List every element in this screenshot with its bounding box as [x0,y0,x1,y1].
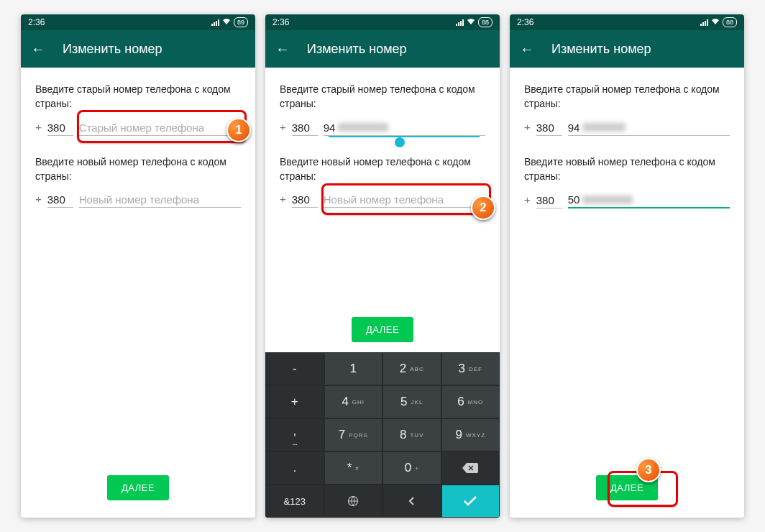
new-number-input[interactable] [79,192,241,208]
new-number-label: Введите новый номер телефона с кодом стр… [35,155,241,184]
key-done[interactable] [441,485,500,518]
next-button[interactable]: ДАЛЕЕ [596,475,658,500]
plus-sign: + [35,193,42,208]
key-6[interactable]: 6MNO [441,385,500,418]
plus-sign: + [524,193,531,208]
new-country-code-input[interactable] [536,193,562,208]
app-bar: ← Изменить номер [21,30,255,68]
key-backspace[interactable] [441,451,500,485]
wifi-icon [222,18,231,27]
key-5[interactable]: 5JKL [382,385,441,418]
key-symbols[interactable]: &123 [265,485,324,518]
status-icons: 88 [700,17,737,27]
appbar-title: Изменить номер [307,42,407,57]
old-number-blur [582,123,626,132]
status-bar: 2:36 88 [510,14,744,30]
plus-sign: + [35,121,42,136]
plus-sign: + [524,121,531,136]
key-0[interactable]: 0+ [382,451,441,485]
app-bar: ← Изменить номер [510,30,744,68]
old-number-row: + 94 [280,120,485,136]
old-number-input[interactable]: 94 [568,120,730,136]
new-number-row: + 50 [524,192,730,208]
new-number-input[interactable] [324,192,485,208]
status-time: 2:36 [28,17,45,27]
old-number-label: Введите старый номер телефона с кодом ст… [524,82,730,111]
old-number-input[interactable]: 94 [324,120,485,136]
screen-2: 2:36 88 ← Изменить номер Введите старый … [265,14,500,518]
new-country-code-input[interactable] [292,192,318,208]
next-button[interactable]: ДАЛЕЕ [107,475,169,500]
app-bar: ← Изменить номер [265,30,500,68]
plus-sign: + [280,121,286,136]
new-number-input[interactable]: 50 [568,192,730,208]
selection-underline [329,136,480,137]
status-icons: 89 [211,17,248,27]
back-icon[interactable]: ← [31,41,45,58]
old-number-row: + [35,120,241,136]
new-country-code-input[interactable] [47,192,73,208]
old-number-row: + 94 [524,120,730,136]
old-number-label: Введите старый номер телефона с кодом ст… [35,82,241,111]
key-7[interactable]: 7PQRS [324,418,383,451]
next-button[interactable]: ДАЛЕЕ [352,317,413,342]
key-8[interactable]: 8TUV [382,418,441,451]
appbar-title: Изменить номер [551,42,651,57]
status-bar: 2:36 89 [21,14,255,30]
key-4[interactable]: 4GHI [324,385,383,418]
numeric-keypad: - 1 2ABC 3DEF + 4GHI 5JKL 6MNO ,⎵ 7PQRS … [265,352,500,518]
new-number-row: + [280,192,485,208]
status-time: 2:36 [272,17,289,27]
new-number-prefix: 50 [568,193,580,206]
old-number-prefix: 94 [324,121,336,134]
new-number-blur [582,196,633,204]
key-minus[interactable]: - [265,352,324,385]
wifi-icon [467,18,475,27]
key-plus[interactable]: + [265,385,324,418]
key-comma[interactable]: ,⎵ [265,418,324,451]
back-icon[interactable]: ← [275,41,290,58]
key-dot[interactable]: . [265,451,324,485]
key-9[interactable]: 9WXYZ [441,418,500,451]
status-icons: 88 [456,17,493,27]
old-number-blur [338,123,388,132]
old-number-input[interactable] [79,120,241,136]
key-3[interactable]: 3DEF [441,352,500,385]
back-icon[interactable]: ← [520,41,534,58]
key-lang[interactable] [324,485,383,518]
new-number-row: + [35,192,241,208]
status-time: 2:36 [517,17,533,27]
screen-1: 2:36 89 ← Изменить номер Введите старый … [21,14,255,518]
old-country-code-input[interactable] [292,120,318,136]
old-country-code-input[interactable] [47,120,73,136]
key-left[interactable] [382,485,441,518]
key-star[interactable]: *# [324,451,383,485]
old-country-code-input[interactable] [536,120,562,136]
wifi-icon [711,18,720,27]
battery-icon: 88 [723,17,737,27]
screen-3: 2:36 88 ← Изменить номер Введите старый … [510,14,744,518]
plus-sign: + [280,193,286,208]
battery-icon: 89 [234,17,248,27]
appbar-title: Изменить номер [63,42,162,57]
old-number-label: Введите старый номер телефона с кодом ст… [280,82,485,111]
status-bar: 2:36 88 [265,14,500,30]
key-1[interactable]: 1 [324,352,383,385]
old-number-prefix: 94 [568,121,580,134]
selection-handle[interactable] [395,137,405,147]
new-number-label: Введите новый номер телефона с кодом стр… [280,155,485,184]
key-2[interactable]: 2ABC [382,352,441,385]
battery-icon: 88 [478,17,493,27]
new-number-label: Введите новый номер телефона с кодом стр… [524,155,730,184]
